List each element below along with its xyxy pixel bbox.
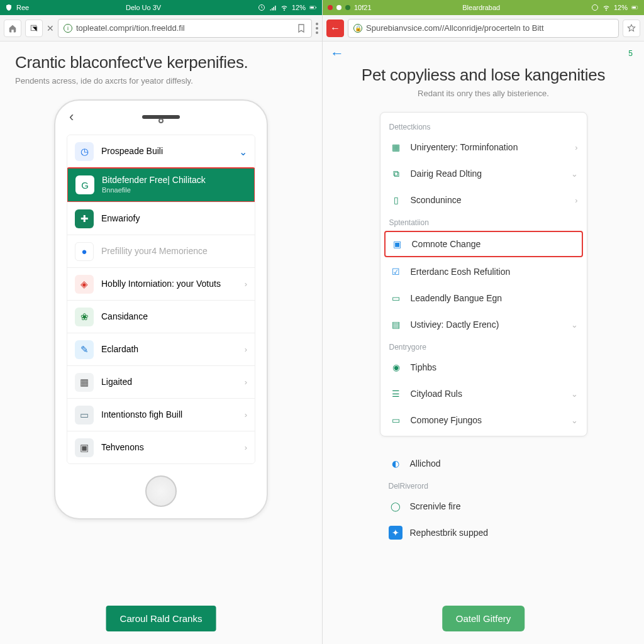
browser-chrome-left: ✕ i topleatel.compri/tion.freeldd.fil	[0, 15, 322, 42]
list-item[interactable]: ▭ Intentionsto figh Buill ›	[67, 398, 255, 431]
run-icon: ✦	[389, 526, 402, 540]
row-item[interactable]: ☰Cityload Ruls⌄	[380, 380, 587, 407]
row-label: Allichod	[410, 458, 579, 469]
heading-right: Pet copyliess and lose kangenities Redan…	[323, 65, 644, 103]
back-nav-button[interactable]: ←	[326, 19, 344, 37]
home-button[interactable]	[145, 475, 177, 507]
leaf-icon: ❀	[75, 308, 94, 326]
google-icon: G	[75, 175, 94, 194]
phone-mock: ‹ ◷ Prospeade Buili ⌄ G Bitdefender Free…	[54, 99, 268, 519]
row-item[interactable]: ⧉Dairig Read Dlting⌄	[380, 160, 587, 187]
svg-rect-3	[310, 7, 314, 9]
row-item[interactable]: ☑Erterdanc Eosh Refulition	[380, 258, 587, 285]
left-pane: Ree Delo Uo 3V 12% ✕ i topleatel.compri/…	[0, 0, 322, 644]
list-item[interactable]: ❀ Cansidance	[67, 300, 255, 333]
section-label: Dettectkions	[380, 118, 587, 134]
chevron-right-icon: ›	[245, 377, 247, 387]
cta-right[interactable]: Oatell Gitfery	[442, 606, 525, 631]
chevron-right-icon: ›	[575, 196, 577, 205]
battery-pct: 12%	[292, 4, 306, 11]
back-arrow[interactable]: ←	[330, 45, 344, 62]
row-label: Uniryentery: Torminfonation	[411, 142, 568, 152]
section-label: Dentrygore	[380, 338, 587, 354]
row-label: Screnivle fire	[410, 501, 579, 511]
row-item[interactable]: ▤Ustiviey: Dactly Erenc)⌄	[380, 311, 587, 338]
battery-icon	[631, 4, 639, 11]
page-subtitle: Pendents acress, ide do axcrts for yeato…	[15, 76, 307, 86]
status-center: Delo Uo 3V	[29, 4, 258, 11]
bookmark-button[interactable]	[623, 19, 640, 37]
chevron-down-icon: ⌄	[571, 416, 578, 425]
list-item[interactable]: ▦ Ligaited ›	[67, 365, 255, 398]
row-label: Erterdanc Eosh Refulition	[411, 267, 578, 277]
active-title: Bitdefender Free| Chilitack	[102, 175, 206, 185]
row-item[interactable]: ▭Leadendly Bangue Egn	[380, 285, 587, 311]
chevron-right-icon: ›	[245, 279, 247, 289]
list-item[interactable]: ▣ Tehvenons ›	[67, 431, 255, 464]
row-item[interactable]: ▯Scondunince›	[380, 187, 587, 213]
book-icon: ▣	[391, 237, 404, 251]
app-icon: ◷	[75, 142, 94, 161]
highlight-box: G Bitdefender Free| ChilitackBnnaefile	[67, 167, 255, 203]
page-index: 5	[628, 49, 633, 58]
new-tab-button[interactable]	[4, 19, 21, 37]
list-item[interactable]: ✚ Enwariofy	[67, 202, 255, 235]
cta-left[interactable]: Caroul Rald Cranks	[106, 606, 216, 631]
status-app: 10f21	[354, 4, 372, 11]
doc-icon: ▯	[389, 193, 403, 207]
clock-icon	[258, 4, 265, 11]
item-label: Eclardath	[101, 344, 237, 355]
close-tab-button[interactable]: ✕	[47, 23, 54, 33]
row-label: Cityload Ruls	[411, 389, 564, 399]
heading-left: Crantic blaconfect've kerpenifies. Pende…	[0, 42, 322, 91]
kebab-menu[interactable]	[316, 23, 318, 34]
item-label: Enwariofy	[101, 213, 247, 225]
status-app: Ree	[16, 4, 29, 11]
briefcase-icon: ▣	[75, 438, 94, 457]
dot-icon	[336, 5, 341, 10]
page-title: Pet copyliess and lose kangenities	[338, 65, 629, 85]
item-label: Tehvenons	[101, 442, 237, 453]
item-label: Hoblly Intorniation: your Votuts	[101, 279, 237, 290]
list-item[interactable]: ◈ Hoblly Intorniation: your Votuts ›	[67, 267, 255, 300]
pen-icon: ✎	[75, 340, 94, 359]
row-item[interactable]: ▦Uniryentery: Torminfonation›	[380, 134, 587, 160]
monitor-icon: ▭	[75, 406, 94, 425]
item-label: Cansidance	[101, 311, 247, 323]
clock-icon	[591, 4, 599, 11]
svg-rect-7	[632, 7, 636, 9]
card-icon: ▭	[389, 291, 403, 305]
battery-icon	[309, 4, 317, 11]
battery-pct: 12%	[614, 4, 628, 11]
row-item[interactable]: ◐Allichod	[380, 450, 587, 477]
list-header-item[interactable]: ◷ Prospeade Buili ⌄	[67, 135, 255, 168]
home-icon	[8, 24, 17, 33]
browser-chrome-right: ← 🔒 Spurebianvsice.com//Allconridje/proc…	[323, 15, 644, 42]
phone-back-button[interactable]: ‹	[69, 109, 74, 125]
page-title: Crantic blaconfect've kerpenifies.	[15, 53, 307, 72]
row-item-highlight[interactable]: ▣Comnote Change	[384, 231, 583, 257]
pin-icon: ◉	[389, 360, 403, 374]
row-item[interactable]: ▭Comoney Fjungos⌄	[380, 407, 587, 433]
sub-nav: ← 5	[323, 42, 644, 65]
url-bar[interactable]: i topleatel.compri/tion.freeldd.fil	[58, 19, 312, 38]
row-item[interactable]: ◯Screnivle fire	[380, 493, 587, 519]
tabs-button[interactable]	[25, 19, 43, 37]
chevron-down-icon: ⌄	[571, 389, 578, 399]
arrow-left-icon: ←	[330, 23, 340, 34]
section-label: DelRiverord	[380, 477, 587, 493]
active-item[interactable]: G Bitdefender Free| ChilitackBnnaefile	[68, 169, 254, 201]
plus-icon: ✚	[75, 209, 94, 228]
row-item[interactable]: ✦Rephestbrik supped	[380, 519, 587, 546]
list-item[interactable]: ● Prefillity your4 Memorience	[67, 235, 255, 267]
tabs-icon	[30, 24, 38, 33]
bookmark-icon[interactable]	[296, 23, 306, 33]
row-item[interactable]: ◉Tiphbs	[380, 354, 587, 380]
calendar-icon: ▦	[389, 140, 403, 154]
list-item[interactable]: ✎ Eclardath ›	[67, 333, 255, 365]
url-bar[interactable]: 🔒 Spurebianvsice.com//Allconridje/procer…	[348, 19, 619, 38]
chevron-right-icon: ›	[575, 143, 577, 152]
section-label: Sptentatiion	[380, 213, 587, 230]
lock-icon: i	[64, 24, 72, 33]
status-center: Bleardrabad	[372, 4, 591, 11]
